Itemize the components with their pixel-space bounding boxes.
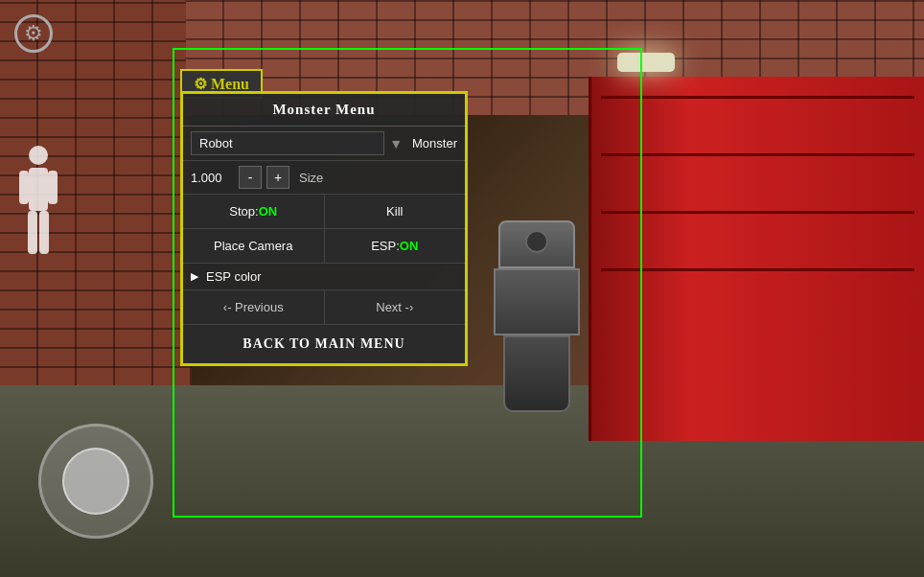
back-to-main-menu-button[interactable]: Back To Main Menu [183, 325, 465, 363]
menu-tag-icon: ⚙ [194, 76, 207, 92]
esp-button[interactable]: ESP:ON [325, 229, 466, 263]
menu-header: Monster Menu [183, 94, 465, 127]
back-label: Back To Main Menu [243, 336, 404, 351]
svg-rect-2 [19, 171, 29, 204]
settings-icon[interactable]: ⚙ [14, 14, 53, 53]
kill-button[interactable]: Kill [325, 195, 466, 228]
menu-title: Monster Menu [272, 102, 375, 117]
monster-menu-panel: Monster Menu Robot Zombie Ghost Spider ▼… [180, 91, 468, 366]
previous-button[interactable]: ‹- Previous [183, 290, 325, 324]
camera-esp-row: Place Camera ESP:ON [183, 229, 465, 264]
red-train-wall [589, 77, 924, 441]
esp-triangle-icon: ▶ [191, 270, 198, 283]
size-plus-button[interactable]: + [266, 166, 289, 189]
robot-base [503, 335, 570, 412]
svg-rect-1 [29, 168, 48, 211]
joystick-inner[interactable] [62, 448, 129, 515]
next-label: Next -› [376, 300, 413, 314]
esp-prefix: ESP: [371, 239, 400, 253]
size-minus-button[interactable]: - [239, 166, 262, 189]
stop-prefix: Stop: [229, 204, 258, 219]
size-value: 1.000 [191, 171, 234, 185]
place-camera-label: Place Camera [214, 239, 292, 253]
esp-color-row[interactable]: ▶ ESP color [183, 264, 465, 290]
nav-row: ‹- Previous Next -› [183, 290, 465, 325]
joystick-outer[interactable] [38, 424, 153, 539]
esp-color-label: ESP color [206, 269, 262, 284]
monster-label: Monster [412, 136, 457, 150]
ceiling-lamp [617, 53, 675, 72]
menu-tag-label: Menu [211, 76, 249, 92]
monster-dropdown[interactable]: Robot Zombie Ghost Spider [191, 131, 384, 155]
kill-label: Kill [386, 204, 403, 219]
size-row: 1.000 - + Size [183, 161, 465, 195]
character-silhouette [14, 144, 62, 259]
place-camera-button[interactable]: Place Camera [183, 229, 325, 263]
esp-status: ON [400, 239, 419, 253]
svg-rect-3 [48, 171, 58, 204]
svg-rect-4 [28, 211, 37, 254]
robot-head [498, 220, 575, 268]
robot-figure [479, 220, 594, 431]
next-button[interactable]: Next -› [325, 290, 466, 324]
stop-status: ON [259, 204, 278, 219]
size-label: Size [299, 171, 323, 185]
svg-point-0 [29, 146, 48, 165]
svg-rect-5 [39, 211, 49, 254]
stop-button[interactable]: Stop:ON [183, 195, 325, 228]
dropdown-arrow-icon: ▼ [389, 136, 403, 151]
previous-label: ‹- Previous [223, 300, 284, 314]
monster-dropdown-row: Robot Zombie Ghost Spider ▼ Monster [183, 127, 465, 161]
stop-kill-row: Stop:ON Kill [183, 195, 465, 229]
robot-body [494, 268, 580, 335]
